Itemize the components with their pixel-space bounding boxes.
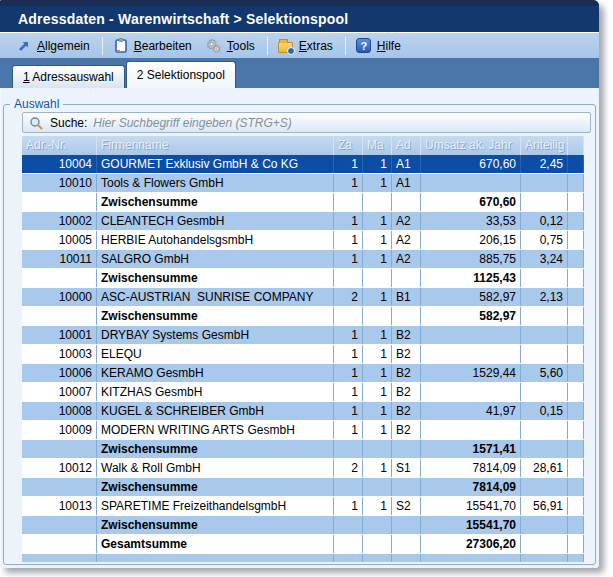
cell-ad: B2 [392,421,421,439]
cell-firmenname: DRYBAY Systems GesmbH [97,326,334,344]
cell-za: 1 [334,383,363,401]
cell-ma [363,193,392,211]
tools-button[interactable]: Tools [200,36,263,56]
table-row[interactable]: 10013SPARETIME FreizeithandelsgmbH11S215… [22,497,584,516]
cell-umsatz: 206,15 [421,231,521,249]
cell-ma: 1 [363,421,392,439]
cell-firmenname: Zwischensumme [97,478,334,496]
table-row[interactable]: 10000ASC-AUSTRIAN SUNRISE COMPANY21B1582… [22,288,584,307]
cell-za: 1 [334,364,363,382]
table-row[interactable]: Zwischensumme15541,70 [22,516,584,535]
cell-ma [363,478,392,496]
toolbar-item-label: Extras [299,39,333,53]
column-header-firmenname[interactable]: Firmenname [97,136,334,155]
cell-anteilig [521,440,568,458]
cell-adr-nr: 10002 [22,212,97,230]
hilfe-button[interactable]: ? Hilfe [350,36,409,56]
table-body: 10004GOURMET Exklusiv GmbH & Co KG11A167… [22,155,584,562]
cell-ma: 1 [363,497,392,515]
column-header-spacer [568,136,584,155]
cell-spacer [568,497,584,515]
cell-umsatz: 1125,43 [421,269,521,287]
cell-umsatz [421,326,521,344]
table-row[interactable]: Zwischensumme1571,41 [22,440,584,459]
cell-za: 1 [334,212,363,230]
table-row[interactable] [22,554,584,562]
cell-za: 1 [334,345,363,363]
cell-umsatz [421,174,521,192]
cell-ma: 1 [363,155,392,173]
cell-za: 1 [334,421,363,439]
column-header-umsatz[interactable]: Umsatz ak. Jahr [421,136,521,155]
cell-anteilig: 5,60 [521,364,568,382]
cell-umsatz: 7814,09 [421,478,521,496]
table-row[interactable]: 10004GOURMET Exklusiv GmbH & Co KG11A167… [22,155,584,174]
cell-ad: B2 [392,364,421,382]
table-row[interactable]: 10005HERBIE AutohandelsgsmbH11A2206,150,… [22,231,584,250]
cell-za [334,269,363,287]
table-row[interactable]: 10006KERAMO GesmbH11B21529,445,60 [22,364,584,383]
table-row[interactable]: Zwischensumme7814,09 [22,478,584,497]
column-header-za[interactable]: Za [334,136,363,155]
cell-spacer [568,307,584,325]
table-row[interactable]: Gesamtsumme27306,20 [22,535,584,554]
column-header-anteilig[interactable]: Anteilig [521,136,568,155]
bearbeiten-button[interactable]: Bearbeiten [107,36,200,56]
cell-firmenname: Tools & Flowers GmbH [97,174,334,192]
cell-ad: B2 [392,402,421,420]
cell-ma [363,516,392,534]
cell-spacer [568,250,584,268]
cell-ad [392,535,421,553]
table-row[interactable]: 10007KITZHAS GesmbH11B2 [22,383,584,402]
table-header[interactable]: Adr.-Nr. Firmenname Za Ma Ad Umsatz ak. … [22,136,584,155]
tab-label: 2 Selektionspool [137,68,225,82]
table-row[interactable]: 10003ELEQU11B2 [22,345,584,364]
cell-adr-nr: 10001 [22,326,97,344]
cell-ma: 1 [363,364,392,382]
table-row[interactable]: 10002CLEANTECH GesmbH11A233,530,12 [22,212,584,231]
table-row[interactable]: 10011SALGRO GmbH11A2885,753,24 [22,250,584,269]
allgemein-button[interactable]: Allgemein [10,36,98,56]
column-header-ad[interactable]: Ad [392,136,421,155]
table-row[interactable]: Zwischensumme582,97 [22,307,584,326]
column-header-ma[interactable]: Ma [363,136,392,155]
cell-firmenname: KERAMO GesmbH [97,364,334,382]
cell-anteilig: 28,61 [521,459,568,477]
cell-za: 1 [334,402,363,420]
cell-anteilig [521,345,568,363]
cell-spacer [568,421,584,439]
toolbar-item-label: Allgemein [37,39,90,53]
cell-spacer [568,345,584,363]
cell-umsatz: 41,97 [421,402,521,420]
toolbar-item-label: Tools [227,39,255,53]
gears-icon [206,38,222,54]
cell-ad: A2 [392,250,421,268]
cell-ad [392,516,421,534]
table-row[interactable]: Zwischensumme670,60 [22,193,584,212]
cell-firmenname: MODERN WRITING ARTS GesmbH [97,421,334,439]
table-row[interactable]: Zwischensumme1125,43 [22,269,584,288]
window-title: Adressdaten - Warenwirtschaft > Selektio… [18,11,348,27]
cell-firmenname: SALGRO GmbH [97,250,334,268]
extras-button[interactable]: Extras [272,36,341,56]
table-row[interactable]: 10010Tools & Flowers GmbH11A1 [22,174,584,193]
cell-umsatz [421,345,521,363]
cell-ma: 1 [363,250,392,268]
table-row[interactable]: 10008KUGEL & SCHREIBER GmbH11B241,970,15 [22,402,584,421]
table-row[interactable]: 10012Walk & Roll GmbH21S17814,0928,61 [22,459,584,478]
tab-adressauswahl[interactable]: 1 Adressauswahl [12,65,125,88]
table-row[interactable]: 10001DRYBAY Systems GesmbH11B2 [22,326,584,345]
cell-adr-nr: 10013 [22,497,97,515]
search-input[interactable]: Suche: Hier Suchbegriff eingeben (STRG+S… [22,112,591,133]
table-row[interactable]: 10009MODERN WRITING ARTS GesmbH11B2 [22,421,584,440]
tab-selektionspool[interactable]: 2 Selektionspool [126,61,236,88]
cell-firmenname: HERBIE AutohandelsgsmbH [97,231,334,249]
cell-anteilig [521,307,568,325]
cell-spacer [568,383,584,401]
cell-ma: 1 [363,402,392,420]
cell-adr-nr [22,193,97,211]
cell-adr-nr: 10003 [22,345,97,363]
column-header-adr-nr[interactable]: Adr.-Nr. [22,136,97,155]
cell-adr-nr: 10000 [22,288,97,306]
cell-ad: A1 [392,155,421,173]
